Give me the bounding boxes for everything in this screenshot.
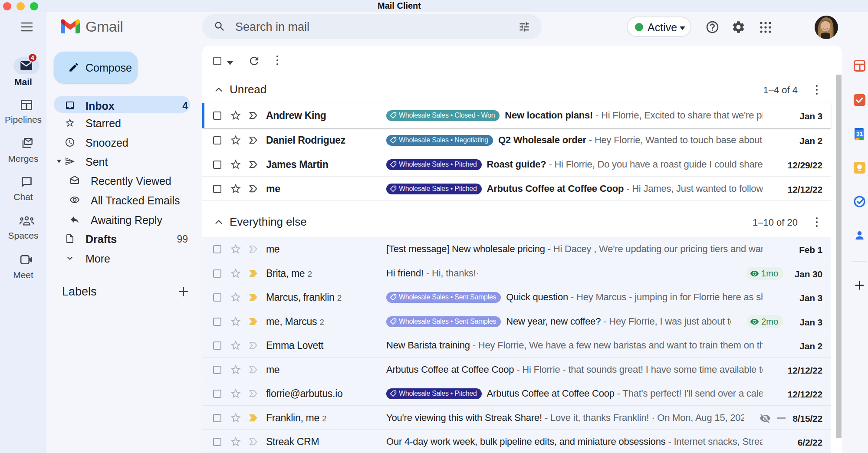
svg-text:31: 31 <box>856 131 863 137</box>
